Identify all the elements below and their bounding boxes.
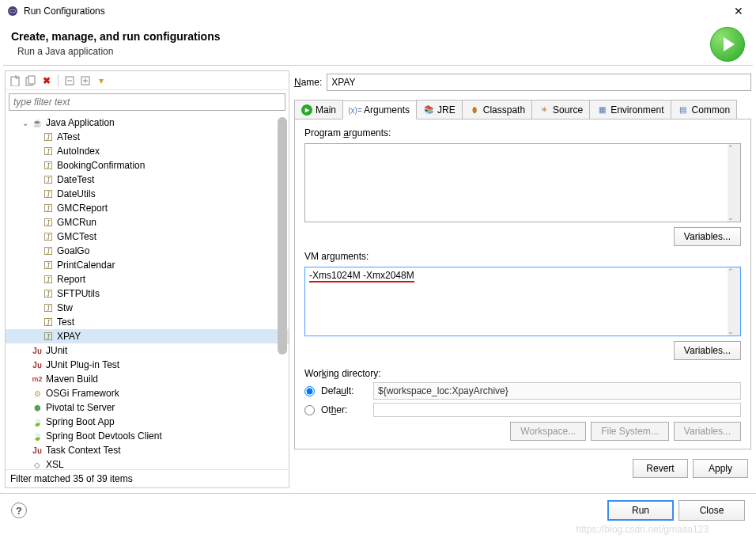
tree-item-datetest[interactable]: 🄹DateTest <box>6 173 289 187</box>
tree-item-dateutils[interactable]: 🄹DateUtils <box>6 187 289 201</box>
wd-other-radio[interactable] <box>304 405 315 415</box>
spring-devtools-icon: 🍃 <box>31 430 43 442</box>
java-icon: 🄹 <box>42 301 55 314</box>
tree-junit[interactable]: JᴜJUnit <box>6 343 289 358</box>
window-title: Run Configurations <box>24 6 728 17</box>
java-app-icon: ☕ <box>31 116 43 129</box>
wd-default-radio[interactable] <box>304 386 315 396</box>
vm-args-textarea[interactable]: -Xms1024M -Xmx2048M <box>305 267 740 285</box>
wd-other-field[interactable] <box>373 403 741 417</box>
left-toolbar: ✖ ▾ <box>6 71 289 90</box>
tree-item-gmcrun[interactable]: 🄹GMCRun <box>6 215 289 229</box>
tree-xsl[interactable]: ◇XSL <box>6 457 289 469</box>
tree-maven[interactable]: m2Maven Build <box>6 372 289 386</box>
arguments-tab-icon: (x)= <box>350 104 361 116</box>
tree-osgi[interactable]: ⚙OSGi Framework <box>6 386 289 400</box>
java-icon: 🄹 <box>42 287 55 300</box>
new-config-icon[interactable] <box>9 74 21 87</box>
java-icon: 🄹 <box>42 230 55 243</box>
vm-variables-button[interactable]: Variables... <box>674 341 741 360</box>
osgi-icon: ⚙ <box>31 387 43 400</box>
java-icon: 🄹 <box>42 145 55 157</box>
header-subtitle: Run a Java application <box>11 46 745 57</box>
wd-variables-button[interactable]: Variables... <box>674 422 741 441</box>
tree-spring-app[interactable]: 🍃Spring Boot App <box>6 415 289 429</box>
java-icon: 🄹 <box>42 159 55 172</box>
scroll-up-icon[interactable]: ⌃ <box>728 144 740 152</box>
source-tab-icon: ✳ <box>539 104 550 116</box>
tree-junit-plugin[interactable]: JᴜJUnit Plug-in Test <box>6 358 289 372</box>
toolbar-sep <box>58 74 59 87</box>
caret-down-icon[interactable]: ⌄ <box>20 119 31 127</box>
tab-arguments[interactable]: (x)=Arguments <box>342 100 417 119</box>
program-args-label: Program arguments: <box>304 127 741 138</box>
name-input[interactable] <box>327 74 751 91</box>
tree-item-atest[interactable]: 🄹ATest <box>6 130 289 144</box>
apply-button[interactable]: Apply <box>693 459 748 478</box>
tree-item-sftputils[interactable]: 🄹SFTPUtils <box>6 286 289 301</box>
bottom-bar: ? Run Close <box>0 493 756 527</box>
run-button[interactable]: Run <box>607 500 674 521</box>
scrollbar-thumb[interactable] <box>278 117 287 355</box>
spring-icon: 🍃 <box>31 415 43 428</box>
tab-jre[interactable]: 📚JRE <box>416 100 463 119</box>
tree-item-autoindex[interactable]: 🄹AutoIndex <box>6 144 289 158</box>
java-icon: 🄹 <box>42 273 55 286</box>
tree-item-test[interactable]: 🄹Test <box>6 315 289 329</box>
main-tab-icon: ▸ <box>301 104 312 116</box>
workspace-button[interactable]: Workspace... <box>510 422 586 441</box>
tree-pivotal[interactable]: ⬢Pivotal tc Server <box>6 400 289 415</box>
program-variables-button[interactable]: Variables... <box>674 227 741 246</box>
java-icon: 🄹 <box>42 173 55 186</box>
copy-config-icon[interactable] <box>25 74 37 87</box>
java-icon: 🄹 <box>42 216 55 229</box>
delete-config-icon[interactable]: ✖ <box>40 74 53 87</box>
close-button[interactable]: Close <box>679 500 745 521</box>
wd-other-label: Other: <box>321 404 367 415</box>
header-title: Create, manage, and run configurations <box>11 30 745 43</box>
tree-item-gmctest[interactable]: 🄹GMCTest <box>6 229 289 244</box>
tab-source[interactable]: ✳Source <box>531 100 590 119</box>
xsl-icon: ◇ <box>31 458 43 469</box>
tree-java-application[interactable]: ⌄ ☕ Java Application <box>6 116 289 130</box>
tab-classpath[interactable]: ⬮Classpath <box>462 100 532 119</box>
scrollbar[interactable]: ⌃⌄ <box>728 144 740 222</box>
config-tree[interactable]: ⌄ ☕ Java Application 🄹ATest 🄹AutoIndex 🄹… <box>6 114 289 469</box>
name-row: Name: <box>294 70 751 94</box>
help-icon[interactable]: ? <box>11 502 27 518</box>
tab-environment[interactable]: ▦Environment <box>589 100 671 119</box>
filesystem-button[interactable]: File System... <box>591 422 669 441</box>
filter-status: Filter matched 35 of 39 items <box>6 469 289 487</box>
program-args-textarea[interactable] <box>305 144 728 222</box>
filter-dropdown-icon[interactable]: ▾ <box>95 74 108 87</box>
scroll-down-icon[interactable]: ⌄ <box>728 328 740 336</box>
environment-tab-icon: ▦ <box>596 104 607 116</box>
tree-spring-devtools[interactable]: 🍃Spring Boot Devtools Client <box>6 429 289 443</box>
collapse-all-icon[interactable] <box>79 74 92 87</box>
tree-item-gmcreport[interactable]: 🄹GMCReport <box>6 201 289 215</box>
expand-all-icon[interactable] <box>63 74 76 87</box>
scroll-down-icon[interactable]: ⌄ <box>728 214 740 222</box>
tab-content-arguments: Program arguments: ⌃⌄ Variables... VM ar… <box>294 119 751 449</box>
tree-item-printcalendar[interactable]: 🄹PrintCalendar <box>6 258 289 272</box>
close-icon[interactable]: ✕ <box>728 2 750 21</box>
tree-item-booking[interactable]: 🄹BookingConfirmation <box>6 158 289 173</box>
vm-args-label: VM arguments: <box>304 251 741 262</box>
revert-button[interactable]: Revert <box>633 459 688 478</box>
tab-common[interactable]: ▤Common <box>671 100 738 119</box>
tree-task-context[interactable]: JᴜTask Context Test <box>6 443 289 457</box>
left-panel: ✖ ▾ ⌄ ☕ Java Application 🄹ATest 🄹AutoInd… <box>5 70 289 488</box>
scrollbar[interactable]: ⌃⌄ <box>728 267 740 336</box>
tree-item-xpay[interactable]: 🄹XPAY <box>6 329 289 343</box>
wd-default-field: ${workspace_loc:XpayArchive} <box>373 382 741 400</box>
filter-input[interactable] <box>9 93 285 111</box>
tree-item-goalgo[interactable]: 🄹GoalGo <box>6 244 289 258</box>
classpath-tab-icon: ⬮ <box>469 104 480 116</box>
name-label: Name: <box>294 77 322 88</box>
svg-rect-4 <box>28 76 35 84</box>
tree-item-stw[interactable]: 🄹Stw <box>6 301 289 315</box>
scroll-up-icon[interactable]: ⌃ <box>728 267 740 275</box>
tree-item-report[interactable]: 🄹Report <box>6 272 289 286</box>
tab-main[interactable]: ▸Main <box>294 100 343 119</box>
task-context-icon: Jᴜ <box>31 444 43 457</box>
